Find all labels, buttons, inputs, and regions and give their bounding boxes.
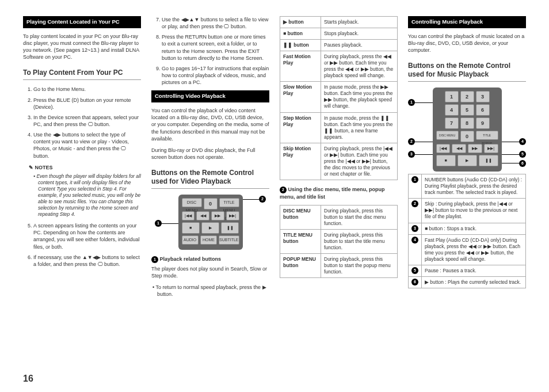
- heading-music-remote: Buttons on the Remote Control used for M…: [408, 62, 526, 82]
- music-table: 1NUMBER buttons (Audio CD (CD-DA) only) …: [408, 174, 526, 288]
- cell: Fast Motion Play: [280, 51, 321, 82]
- column-3: ▶ buttonStarts playback. ■ buttonStops p…: [280, 16, 398, 301]
- menu-section-title: 2 Using the disc menu, title menu, popup…: [280, 186, 398, 200]
- n1: 1: [445, 91, 459, 102]
- video-intro: You can control the playback of video co…: [151, 107, 269, 142]
- cell: Slow Motion Play: [280, 82, 321, 112]
- cell: During playback, press the |◀◀ or ▶▶| bu…: [321, 143, 398, 180]
- m-callout-6: 6: [519, 160, 526, 167]
- column-4: Controlling Music Playback You can contr…: [408, 16, 526, 301]
- step-7: Use the ◀▶▲▼ buttons to select a file to…: [162, 16, 269, 30]
- zero-btn: 0: [204, 198, 218, 210]
- row-1-icon: 1: [411, 176, 418, 183]
- cell: Pauses playback.: [321, 40, 398, 51]
- step-8: Press the RETURN button one or more time…: [162, 33, 269, 62]
- n6: 6: [476, 104, 490, 116]
- cell: ❚❚ button: [280, 40, 321, 51]
- step-5: A screen appears listing the contents on…: [33, 222, 141, 250]
- music-intro: You can control the playback of music lo…: [408, 33, 526, 54]
- home-btn: HOME: [200, 235, 217, 245]
- cell: Stops playback.: [321, 28, 398, 40]
- cell: During playback, press this button to st…: [321, 229, 398, 253]
- n3: 3: [476, 91, 490, 102]
- n2: 2: [460, 91, 474, 102]
- intro-text: To play content located in your PC on yo…: [23, 33, 141, 61]
- cell: ■ button : Stops a track.: [422, 223, 526, 234]
- remote-image-music: 123 456 789 DISC MENU0TITLEPOPUP |◀◀◀◀▶▶…: [433, 87, 502, 172]
- cell: Skip : During playback, press the |◀◀ or…: [422, 199, 526, 223]
- audio-btn: AUDIO: [182, 235, 199, 245]
- playback-table: ▶ buttonStarts playback. ■ buttonStops p…: [280, 16, 398, 180]
- rew-btn: ◀◀: [196, 211, 209, 220]
- step-9: Go to pages 16~17 for instructions that …: [162, 65, 269, 86]
- cell: Pause : Pauses a track.: [422, 265, 526, 276]
- n7: 7: [445, 117, 459, 129]
- section-header-music: Controlling Music Playback: [408, 16, 526, 28]
- cell: TITLE MENU button: [280, 229, 321, 253]
- menu-table: DISC MENU buttonDuring playback, press t…: [280, 205, 398, 278]
- pause-btn: ❚❚: [221, 222, 239, 234]
- label-1-icon: 1: [151, 256, 158, 263]
- m-pause: ❚❚: [479, 155, 498, 166]
- label-2-icon: 2: [280, 187, 287, 193]
- section-header-video: Controlling Video Playback: [151, 90, 269, 102]
- step-3: In the Device screen that appears, selec…: [33, 114, 141, 128]
- subtitle-btn: SUBTITLE: [219, 235, 239, 245]
- manual-page: Playing Content Located in Your PC To pl…: [0, 0, 549, 392]
- n5: 5: [460, 104, 474, 116]
- m-callout-3: 3: [408, 151, 415, 158]
- remote-image: DISC MENU0TITLE MENUPOPUP |◀◀◀◀▶▶▶▶| ■▶❚…: [178, 195, 243, 250]
- disc-menu-btn: DISC MENU: [182, 198, 202, 207]
- step-1: Go to the Home Menu.: [33, 86, 141, 93]
- cell: ▶ button : Plays the currently selected …: [422, 276, 526, 288]
- m-callout-1: 1: [408, 99, 415, 106]
- steps-list-cont: A screen appears listing the contents on…: [23, 222, 141, 268]
- n9: 9: [476, 117, 490, 129]
- m-callout-4: 4: [519, 138, 526, 145]
- m-disc: DISC MENU: [436, 131, 459, 140]
- cell: Step Motion Play: [280, 112, 321, 143]
- column-1: Playing Content Located in Your PC To pl…: [23, 16, 141, 301]
- notes-label: NOTES: [29, 164, 141, 171]
- m-next: ▶▶|: [484, 144, 498, 153]
- callout-1-icon: 1: [155, 220, 162, 227]
- row-6-icon: 6: [411, 279, 418, 286]
- m-rew: ◀◀: [452, 144, 466, 153]
- title-menu-btn: TITLE MENUPOPUP: [219, 198, 239, 207]
- m-play: ▶: [458, 155, 477, 166]
- callout-2-icon: 2: [259, 196, 266, 203]
- page-number: 16: [23, 372, 33, 385]
- step-6: If necessary, use the ▲▼◀▶ buttons to se…: [33, 254, 141, 268]
- cell: Starts playback.: [321, 17, 398, 28]
- cell: During playback, press the ◀◀ or ▶▶ butt…: [321, 51, 398, 82]
- remote-diagram-music: 1 2 3 4 5 6 123 456 789 DISC MENU0TITLEP…: [408, 87, 526, 168]
- m-callout-5: 5: [519, 151, 526, 158]
- m-stop: ■: [436, 155, 456, 166]
- heading-video-remote: Buttons on the Remote Control used for V…: [151, 169, 269, 189]
- cell: Skip Motion Play: [280, 143, 321, 180]
- ff-btn: ▶▶: [211, 211, 224, 220]
- steps-list: Go to the Home Menu. Press the BLUE (D) …: [23, 86, 141, 159]
- next-btn: ▶▶|: [226, 211, 239, 220]
- cell: In pause mode, press the ❚❚ button. Each…: [321, 112, 398, 143]
- row-2-icon: 2: [411, 200, 418, 207]
- m-ff: ▶▶: [468, 144, 482, 153]
- remote-diagram-video: 2 1 DISC MENU0TITLE MENUPOPUP |◀◀◀◀▶▶▶▶|…: [151, 195, 269, 250]
- row-3-icon: 3: [411, 225, 418, 232]
- play-btn: ▶: [201, 222, 219, 234]
- cell: During playback, press this button to st…: [321, 253, 398, 277]
- playback-bullet: • To return to normal speed playback, pr…: [151, 284, 269, 298]
- m-title: TITLEPOPUP: [476, 131, 498, 140]
- prev-btn: |◀◀: [182, 211, 195, 220]
- cell: In pause mode, press the ▶▶ button. Each…: [321, 82, 398, 112]
- note-content-type: ▪ Even though the player will display fo…: [33, 173, 141, 218]
- cell: ▶ button: [280, 17, 321, 28]
- steps-list-7: Use the ◀▶▲▼ buttons to select a file to…: [151, 16, 269, 86]
- cell: DISC MENU button: [280, 205, 321, 229]
- column-2: Use the ◀▶▲▼ buttons to select a file to…: [151, 16, 269, 301]
- n4: 4: [445, 104, 459, 116]
- step-2: Press the BLUE (D) button on your remote…: [33, 97, 141, 111]
- section-header-pc-content: Playing Content Located in Your PC: [23, 16, 141, 28]
- m-prev: |◀◀: [436, 144, 451, 153]
- m-callout-2: 2: [408, 138, 415, 145]
